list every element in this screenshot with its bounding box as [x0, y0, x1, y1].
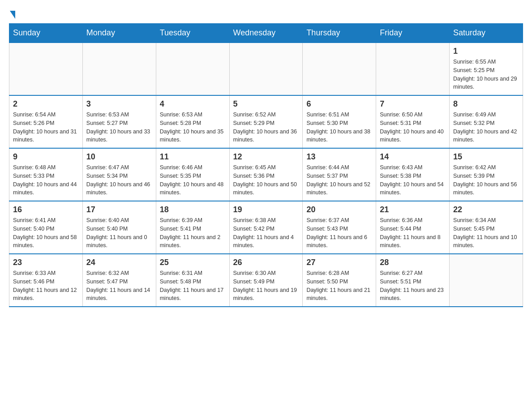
day-number: 26: [233, 258, 299, 267]
day-number: 21: [380, 205, 446, 214]
calendar-cell: 27Sunrise: 6:28 AMSunset: 5:50 PMDayligh…: [303, 254, 376, 307]
day-info: Sunrise: 6:47 AMSunset: 5:34 PMDaylight:…: [86, 163, 152, 197]
day-info: Sunrise: 6:32 AMSunset: 5:47 PMDaylight:…: [86, 269, 152, 303]
calendar-cell: [82, 43, 156, 95]
day-info: Sunrise: 6:39 AMSunset: 5:41 PMDaylight:…: [160, 216, 226, 250]
calendar-cell: 13Sunrise: 6:44 AMSunset: 5:37 PMDayligh…: [303, 148, 376, 201]
calendar-cell: 4Sunrise: 6:53 AMSunset: 5:28 PMDaylight…: [156, 95, 229, 148]
calendar-cell: 12Sunrise: 6:45 AMSunset: 5:36 PMDayligh…: [229, 148, 303, 201]
day-info: Sunrise: 6:34 AMSunset: 5:45 PMDaylight:…: [453, 216, 519, 250]
weekday-header-wednesday: Wednesday: [229, 24, 303, 43]
logo-arrow-icon: [10, 11, 15, 19]
day-info: Sunrise: 6:52 AMSunset: 5:29 PMDaylight:…: [233, 111, 299, 144]
page-header: [9, 9, 523, 19]
day-number: 2: [13, 99, 79, 109]
day-number: 22: [453, 205, 519, 214]
week-row-3: 9Sunrise: 6:48 AMSunset: 5:33 PMDaylight…: [9, 148, 523, 201]
day-info: Sunrise: 6:31 AMSunset: 5:48 PMDaylight:…: [160, 269, 226, 303]
day-info: Sunrise: 6:51 AMSunset: 5:30 PMDaylight:…: [306, 111, 372, 144]
weekday-header-friday: Friday: [376, 24, 450, 43]
day-info: Sunrise: 6:49 AMSunset: 5:32 PMDaylight:…: [453, 111, 519, 144]
calendar-cell: 19Sunrise: 6:38 AMSunset: 5:42 PMDayligh…: [229, 201, 303, 254]
calendar-cell: 15Sunrise: 6:42 AMSunset: 5:39 PMDayligh…: [450, 148, 523, 201]
calendar-cell: 14Sunrise: 6:43 AMSunset: 5:38 PMDayligh…: [376, 148, 450, 201]
day-info: Sunrise: 6:38 AMSunset: 5:42 PMDaylight:…: [233, 216, 299, 250]
calendar-cell: 22Sunrise: 6:34 AMSunset: 5:45 PMDayligh…: [450, 201, 523, 254]
day-number: 27: [306, 258, 372, 267]
day-number: 13: [306, 152, 372, 162]
day-info: Sunrise: 6:45 AMSunset: 5:36 PMDaylight:…: [233, 163, 299, 197]
day-number: 7: [380, 99, 446, 109]
day-info: Sunrise: 6:33 AMSunset: 5:46 PMDaylight:…: [13, 269, 79, 303]
calendar-cell: 20Sunrise: 6:37 AMSunset: 5:43 PMDayligh…: [303, 201, 376, 254]
week-row-5: 23Sunrise: 6:33 AMSunset: 5:46 PMDayligh…: [9, 254, 523, 307]
calendar-cell: 7Sunrise: 6:50 AMSunset: 5:31 PMDaylight…: [376, 95, 450, 148]
day-number: 14: [380, 152, 446, 162]
calendar-table: SundayMondayTuesdayWednesdayThursdayFrid…: [9, 23, 523, 307]
day-info: Sunrise: 6:46 AMSunset: 5:35 PMDaylight:…: [160, 163, 226, 197]
week-row-1: 1Sunrise: 6:55 AMSunset: 5:25 PMDaylight…: [9, 43, 523, 95]
calendar-cell: 17Sunrise: 6:40 AMSunset: 5:40 PMDayligh…: [82, 201, 156, 254]
day-info: Sunrise: 6:43 AMSunset: 5:38 PMDaylight:…: [380, 163, 446, 197]
weekday-header-sunday: Sunday: [9, 24, 83, 43]
day-number: 10: [86, 152, 152, 162]
weekday-header-tuesday: Tuesday: [156, 24, 229, 43]
calendar-cell: 26Sunrise: 6:30 AMSunset: 5:49 PMDayligh…: [229, 254, 303, 307]
calendar-cell: [303, 43, 376, 95]
calendar-cell: [450, 254, 523, 307]
calendar-cell: [9, 43, 83, 95]
day-info: Sunrise: 6:53 AMSunset: 5:28 PMDaylight:…: [160, 111, 226, 144]
day-number: 4: [160, 99, 226, 109]
weekday-header-row: SundayMondayTuesdayWednesdayThursdayFrid…: [9, 24, 523, 43]
day-number: 16: [13, 205, 79, 214]
day-number: 19: [233, 205, 299, 214]
logo: [9, 9, 15, 19]
calendar-cell: 10Sunrise: 6:47 AMSunset: 5:34 PMDayligh…: [82, 148, 156, 201]
day-number: 15: [453, 152, 519, 162]
calendar-cell: 21Sunrise: 6:36 AMSunset: 5:44 PMDayligh…: [376, 201, 450, 254]
calendar-cell: 2Sunrise: 6:54 AMSunset: 5:26 PMDaylight…: [9, 95, 83, 148]
day-number: 6: [306, 99, 372, 109]
calendar-cell: 18Sunrise: 6:39 AMSunset: 5:41 PMDayligh…: [156, 201, 229, 254]
calendar-cell: 25Sunrise: 6:31 AMSunset: 5:48 PMDayligh…: [156, 254, 229, 307]
day-number: 24: [86, 258, 152, 267]
calendar-cell: [229, 43, 303, 95]
day-number: 12: [233, 152, 299, 162]
week-row-2: 2Sunrise: 6:54 AMSunset: 5:26 PMDaylight…: [9, 95, 523, 148]
day-info: Sunrise: 6:36 AMSunset: 5:44 PMDaylight:…: [380, 216, 446, 250]
day-info: Sunrise: 6:30 AMSunset: 5:49 PMDaylight:…: [233, 269, 299, 303]
day-number: 9: [13, 152, 79, 162]
day-info: Sunrise: 6:54 AMSunset: 5:26 PMDaylight:…: [13, 111, 79, 144]
day-number: 3: [86, 99, 152, 109]
day-info: Sunrise: 6:55 AMSunset: 5:25 PMDaylight:…: [453, 58, 519, 91]
calendar-cell: 11Sunrise: 6:46 AMSunset: 5:35 PMDayligh…: [156, 148, 229, 201]
weekday-header-monday: Monday: [82, 24, 156, 43]
day-number: 8: [453, 99, 519, 109]
day-number: 1: [453, 47, 519, 56]
calendar-cell: [376, 43, 450, 95]
day-number: 23: [13, 258, 79, 267]
calendar-cell: 1Sunrise: 6:55 AMSunset: 5:25 PMDaylight…: [450, 43, 523, 95]
day-info: Sunrise: 6:42 AMSunset: 5:39 PMDaylight:…: [453, 163, 519, 197]
day-info: Sunrise: 6:27 AMSunset: 5:51 PMDaylight:…: [380, 269, 446, 303]
calendar-cell: 24Sunrise: 6:32 AMSunset: 5:47 PMDayligh…: [82, 254, 156, 307]
calendar-cell: 8Sunrise: 6:49 AMSunset: 5:32 PMDaylight…: [450, 95, 523, 148]
day-info: Sunrise: 6:41 AMSunset: 5:40 PMDaylight:…: [13, 216, 79, 250]
day-info: Sunrise: 6:50 AMSunset: 5:31 PMDaylight:…: [380, 111, 446, 144]
calendar-cell: 28Sunrise: 6:27 AMSunset: 5:51 PMDayligh…: [376, 254, 450, 307]
calendar-cell: 5Sunrise: 6:52 AMSunset: 5:29 PMDaylight…: [229, 95, 303, 148]
day-number: 18: [160, 205, 226, 214]
day-number: 20: [306, 205, 372, 214]
calendar-cell: 23Sunrise: 6:33 AMSunset: 5:46 PMDayligh…: [9, 254, 83, 307]
day-info: Sunrise: 6:40 AMSunset: 5:40 PMDaylight:…: [86, 216, 152, 250]
calendar-cell: 6Sunrise: 6:51 AMSunset: 5:30 PMDaylight…: [303, 95, 376, 148]
day-number: 28: [380, 258, 446, 267]
calendar-cell: 3Sunrise: 6:53 AMSunset: 5:27 PMDaylight…: [82, 95, 156, 148]
day-info: Sunrise: 6:53 AMSunset: 5:27 PMDaylight:…: [86, 111, 152, 144]
day-info: Sunrise: 6:48 AMSunset: 5:33 PMDaylight:…: [13, 163, 79, 197]
day-number: 17: [86, 205, 152, 214]
weekday-header-saturday: Saturday: [450, 24, 523, 43]
week-row-4: 16Sunrise: 6:41 AMSunset: 5:40 PMDayligh…: [9, 201, 523, 254]
weekday-header-thursday: Thursday: [303, 24, 376, 43]
day-number: 25: [160, 258, 226, 267]
